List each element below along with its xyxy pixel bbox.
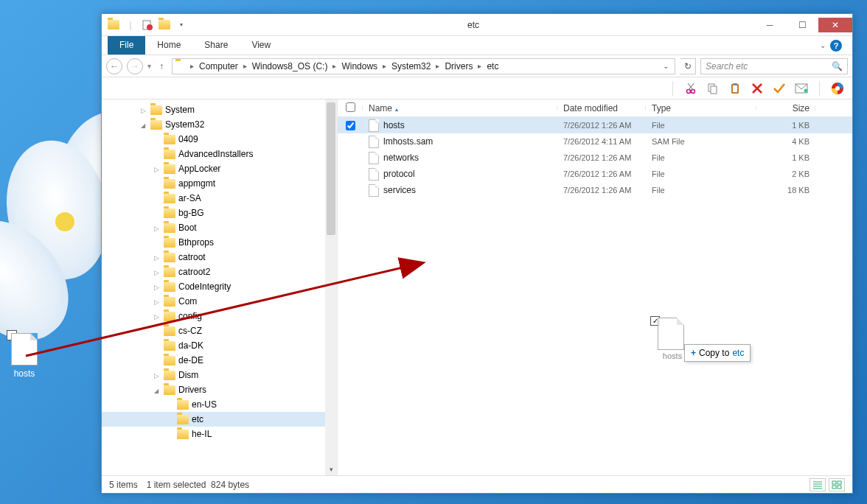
tree-item[interactable]: bg-BG <box>102 206 337 220</box>
file-row[interactable]: hosts7/26/2012 1:26 AMFile1 KB <box>338 117 852 133</box>
tree-arrow-icon[interactable] <box>152 283 161 291</box>
tree-arrow-icon[interactable] <box>152 268 161 276</box>
tree-item[interactable]: en-US <box>102 397 337 412</box>
mail-icon[interactable] <box>794 81 809 96</box>
tree-arrow-icon[interactable] <box>152 312 161 321</box>
breadcrumb-root-icon[interactable] <box>175 61 187 71</box>
tree-item[interactable]: Boot <box>102 220 337 235</box>
file-checkbox[interactable] <box>338 121 363 130</box>
tree-item[interactable]: etc <box>102 412 337 427</box>
tree-item[interactable]: Dism <box>102 368 337 382</box>
tree-item[interactable]: CodeIntegrity <box>102 279 337 294</box>
breadcrumb-item[interactable]: Windows8_OS (C:) <box>250 61 330 71</box>
tree-item[interactable]: cs-CZ <box>102 323 337 338</box>
file-name[interactable]: protocol <box>363 168 557 181</box>
ribbon-expand-icon[interactable]: ⌄ <box>820 41 826 49</box>
file-row[interactable]: services7/26/2012 1:26 AMFile18 KB <box>338 182 852 198</box>
folder-tree[interactable]: SystemSystem320409AdvancedInstallersAppL… <box>102 99 338 475</box>
tree-scrollbar[interactable]: ▴ ▾ <box>325 99 337 475</box>
breadcrumb-dropdown-icon[interactable]: ⌄ <box>660 62 672 70</box>
tree-item[interactable]: catroot <box>102 250 337 265</box>
qat-newfolder-icon[interactable] <box>157 18 172 32</box>
cut-icon[interactable] <box>683 81 698 96</box>
tree-item[interactable]: AdvancedInstallers <box>102 147 337 161</box>
search-icon[interactable]: 🔍 <box>832 61 843 71</box>
copy-icon[interactable] <box>706 81 720 96</box>
tree-item[interactable]: config <box>102 309 337 323</box>
chevron-right-icon[interactable]: ▸ <box>242 62 248 70</box>
delete-icon[interactable] <box>750 81 765 96</box>
file-name[interactable]: hosts <box>363 119 557 132</box>
tree-item[interactable]: appmgmt <box>102 176 337 191</box>
tree-item[interactable]: de-DE <box>102 353 337 368</box>
file-name[interactable]: networks <box>363 152 557 164</box>
tree-arrow-icon[interactable] <box>152 371 161 379</box>
settings-disc-icon[interactable] <box>830 81 845 96</box>
chevron-right-icon[interactable]: ▸ <box>434 62 441 70</box>
file-name[interactable]: lmhosts.sam <box>363 136 557 148</box>
column-name[interactable]: Name▴ <box>363 103 557 113</box>
chevron-right-icon[interactable]: ▸ <box>381 62 388 70</box>
tree-item[interactable]: ar-SA <box>102 191 337 206</box>
breadcrumb-item[interactable]: etc <box>484 61 501 71</box>
qat-dropdown-icon[interactable]: ▾ <box>174 18 189 32</box>
breadcrumb-item[interactable]: Windows <box>339 61 380 71</box>
explorer-icon[interactable] <box>106 18 121 32</box>
help-icon[interactable]: ? <box>830 40 842 52</box>
search-input[interactable]: Search etc 🔍 <box>700 58 848 74</box>
tab-home[interactable]: Home <box>145 36 192 55</box>
nav-up-button[interactable]: ↑ <box>156 60 167 72</box>
tab-file[interactable]: File <box>108 36 145 55</box>
check-icon[interactable] <box>772 81 787 96</box>
tree-arrow-icon[interactable] <box>152 386 161 394</box>
view-icons-button[interactable] <box>829 478 845 491</box>
breadcrumb-item[interactable]: System32 <box>389 61 433 71</box>
breadcrumb[interactable]: ▸ Computer ▸ Windows8_OS (C:) ▸ Windows … <box>172 58 675 74</box>
column-size[interactable]: Size <box>756 103 815 113</box>
tree-arrow-icon[interactable] <box>152 165 161 173</box>
tree-item[interactable]: 0409 <box>102 132 337 147</box>
refresh-button[interactable]: ↻ <box>680 58 696 74</box>
column-type[interactable]: Type <box>646 103 756 113</box>
tree-arrow-icon[interactable] <box>139 121 147 129</box>
scroll-thumb[interactable] <box>327 102 335 235</box>
nav-forward-button[interactable]: → <box>127 58 143 74</box>
tab-share[interactable]: Share <box>192 36 240 55</box>
nav-history-dropdown[interactable]: ▾ <box>147 62 151 70</box>
nav-back-button[interactable]: ← <box>106 58 122 74</box>
chevron-right-icon[interactable]: ▸ <box>476 62 483 70</box>
scroll-down-icon[interactable]: ▾ <box>325 463 337 475</box>
tree-arrow-icon[interactable] <box>152 224 161 232</box>
titlebar[interactable]: | ▾ etc ─ ☐ ✕ <box>102 14 852 36</box>
maximize-button[interactable]: ☐ <box>786 18 818 32</box>
minimize-button[interactable]: ─ <box>753 18 786 32</box>
chevron-right-icon[interactable]: ▸ <box>331 62 338 70</box>
desktop-file-hosts[interactable]: ✓ hosts <box>7 333 42 379</box>
breadcrumb-item[interactable]: Drivers <box>442 61 475 71</box>
tree-item[interactable]: he-IL <box>102 427 337 441</box>
tree-item[interactable]: System <box>102 102 337 117</box>
view-details-button[interactable] <box>809 478 826 491</box>
tree-item[interactable]: System32 <box>102 117 337 132</box>
tree-item[interactable]: Bthprops <box>102 235 337 250</box>
tree-arrow-icon[interactable] <box>139 106 147 114</box>
tree-item[interactable]: catroot2 <box>102 265 337 279</box>
column-checkbox[interactable] <box>338 102 363 114</box>
file-row[interactable]: protocol7/26/2012 1:26 AMFile2 KB <box>338 166 852 182</box>
tree-arrow-icon[interactable] <box>152 253 161 262</box>
tree-item[interactable]: da-DK <box>102 338 337 353</box>
tree-item[interactable]: AppLocker <box>102 161 337 176</box>
tree-arrow-icon[interactable] <box>152 298 161 306</box>
file-row[interactable]: lmhosts.sam7/26/2012 4:11 AMSAM File4 KB <box>338 133 852 150</box>
tree-item[interactable]: Com <box>102 294 337 309</box>
chevron-right-icon[interactable]: ▸ <box>189 62 195 70</box>
file-row[interactable]: networks7/26/2012 1:26 AMFile1 KB <box>338 150 852 166</box>
column-date[interactable]: Date modified <box>557 103 646 113</box>
paste-icon[interactable] <box>728 81 742 96</box>
qat-properties-icon[interactable] <box>140 18 155 32</box>
close-button[interactable]: ✕ <box>818 18 852 32</box>
tree-item[interactable]: Drivers <box>102 382 337 397</box>
tab-view[interactable]: View <box>240 36 282 55</box>
breadcrumb-item[interactable]: Computer <box>197 61 240 71</box>
file-name[interactable]: services <box>363 184 557 197</box>
